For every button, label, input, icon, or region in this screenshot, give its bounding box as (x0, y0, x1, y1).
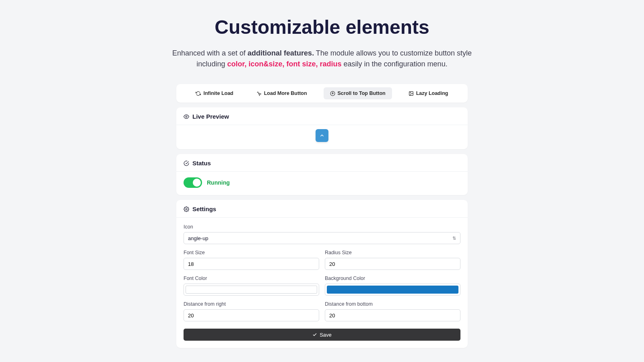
font-size-label: Font Size (184, 250, 319, 255)
status-panel: Status Running (176, 154, 468, 195)
status-toggle[interactable] (184, 177, 202, 188)
desc-pre: Enhanced with a set of (172, 49, 248, 57)
background-color-swatch (327, 286, 458, 294)
tab-label: Scroll to Top Button (338, 90, 386, 96)
status-row: Running (176, 172, 468, 195)
tab-label: Infinite Load (203, 90, 233, 96)
svg-point-2 (410, 92, 411, 93)
panel-title: Status (192, 160, 211, 167)
field-background-color: Background Color (325, 276, 460, 296)
page-description: Enhanced with a set of additional featur… (165, 48, 479, 70)
radius-size-input[interactable] (325, 258, 460, 270)
panel-title: Live Preview (192, 113, 229, 120)
settings-body: Icon angle-up ⇅ Font Size Radius Size (176, 218, 468, 348)
icon-label: Icon (184, 224, 460, 230)
distance-right-input[interactable] (184, 309, 319, 321)
tab-lazy-loading[interactable]: Lazy Loading (402, 87, 455, 99)
status-label: Running (207, 179, 230, 186)
gear-icon (184, 206, 189, 212)
page-title: Customizable elements (97, 16, 547, 38)
check-circle-icon (184, 160, 189, 166)
tab-label: Lazy Loading (416, 90, 448, 96)
distance-bottom-input[interactable] (325, 309, 460, 321)
distance-bottom-label: Distance from bottom (325, 301, 460, 307)
desc-post: easily in the configuration menu. (341, 60, 447, 68)
arrow-up-circle-icon (330, 91, 335, 96)
panel-title: Settings (192, 206, 216, 212)
image-icon (409, 91, 414, 96)
tabs-bar: Infinite Load Load More Button Scroll to… (176, 84, 468, 103)
font-color-input[interactable] (184, 284, 319, 296)
eye-icon (184, 114, 189, 119)
field-icon: Icon angle-up ⇅ (184, 224, 460, 244)
check-icon (312, 332, 317, 337)
field-font-size: Font Size (184, 250, 319, 270)
svg-point-4 (186, 208, 187, 210)
live-preview-panel: Live Preview (176, 107, 468, 149)
desc-highlight: color, icon&size, font size, radius (227, 60, 341, 68)
select-caret-icon: ⇅ (452, 236, 456, 241)
background-color-label: Background Color (325, 276, 460, 281)
tab-scroll-to-top[interactable]: Scroll to Top Button (324, 87, 392, 99)
distance-right-label: Distance from right (184, 301, 319, 307)
scroll-top-preview-button[interactable] (316, 129, 328, 142)
panel-header-settings: Settings (176, 200, 468, 218)
tab-label: Load More Button (264, 90, 307, 96)
field-distance-right: Distance from right (184, 301, 319, 321)
tab-load-more[interactable]: Load More Button (250, 87, 314, 99)
save-button[interactable]: Save (184, 329, 460, 341)
desc-bold: additional features. (248, 49, 314, 57)
tab-infinite-load[interactable]: Infinite Load (189, 87, 239, 99)
chevron-up-icon (319, 133, 325, 138)
field-distance-bottom: Distance from bottom (325, 301, 460, 321)
cursor-click-icon (256, 91, 262, 96)
icon-select[interactable]: angle-up ⇅ (184, 232, 460, 244)
save-button-label: Save (320, 332, 332, 338)
font-size-input[interactable] (184, 258, 319, 270)
radius-size-label: Radius Size (325, 250, 460, 255)
font-color-label: Font Color (184, 276, 319, 281)
toggle-knob (193, 179, 201, 187)
panel-header-preview: Live Preview (176, 107, 468, 125)
font-color-swatch (186, 286, 317, 294)
refresh-icon (196, 91, 201, 96)
settings-panel: Settings Icon angle-up ⇅ Font Size Radiu… (176, 200, 468, 348)
svg-point-3 (186, 116, 187, 117)
panel-header-status: Status (176, 154, 468, 172)
preview-area (176, 125, 468, 149)
background-color-input[interactable] (325, 284, 460, 296)
field-font-color: Font Color (184, 276, 319, 296)
field-radius-size: Radius Size (325, 250, 460, 270)
icon-select-value: angle-up (188, 235, 208, 241)
